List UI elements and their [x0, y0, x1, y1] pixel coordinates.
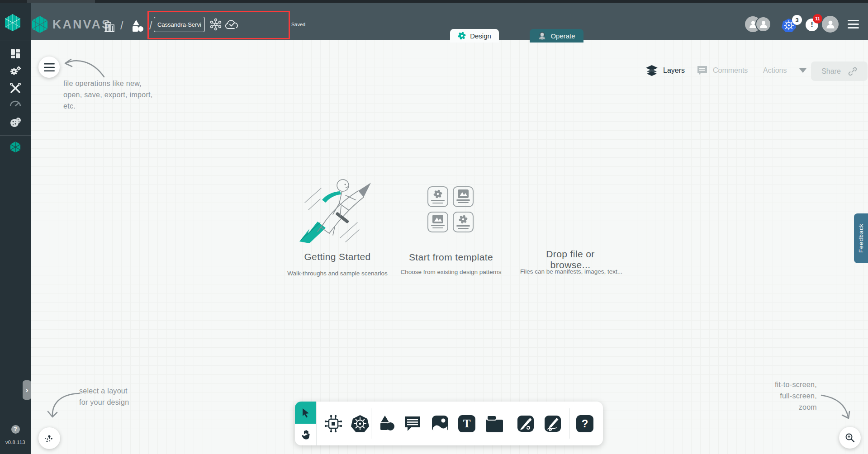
browser-top-strip: [0, 0, 868, 3]
canvas-toolbar: T ?: [295, 402, 603, 445]
pencil-icon: [544, 415, 561, 432]
kanvas-logo-icon: [31, 15, 49, 33]
getting-started-illustration[interactable]: [295, 176, 378, 247]
file-ops-line1: file operations like new,: [63, 78, 153, 89]
workspace-shapes-icon[interactable]: [130, 19, 145, 33]
sidebar-item-lifecycle[interactable]: [0, 65, 31, 77]
template-card-image: [427, 212, 448, 232]
zoom-line3: zoom: [750, 402, 817, 413]
comment-tool-button[interactable]: [400, 402, 425, 445]
dashboard-icon: [10, 49, 20, 59]
tab-operate-label: Operate: [550, 32, 575, 40]
layout-dots-icon: [44, 433, 54, 443]
chevron-right-icon: ›: [26, 386, 28, 395]
circuit-icon: [324, 414, 343, 433]
freehand-tool-button[interactable]: [541, 402, 565, 445]
zoom-controls-button[interactable]: [839, 427, 861, 449]
share-label: Share: [821, 67, 841, 76]
menu-icon: [44, 63, 55, 71]
file-menu-button[interactable]: [38, 57, 60, 78]
toolbar-divider: [371, 408, 371, 439]
comments-toggle[interactable]: Comments: [697, 65, 748, 76]
select-tool-button[interactable]: [295, 402, 316, 424]
top-strip-segment: [27, 0, 95, 3]
tab-operate[interactable]: Operate: [530, 29, 583, 43]
share-button[interactable]: Share: [811, 61, 868, 81]
section-icon: [485, 415, 503, 432]
layout-select-button[interactable]: [38, 427, 60, 449]
kubernetes-context-button[interactable]: 3: [782, 17, 802, 33]
pen-tool-button[interactable]: [513, 402, 538, 445]
header-menu-button[interactable]: [848, 20, 859, 28]
toolbar-help-button[interactable]: ?: [573, 402, 597, 445]
link-icon: [848, 67, 857, 76]
zoom-annotation: fit-to-screen, full-screen, zoom: [750, 379, 817, 413]
tools-icon: [9, 82, 21, 94]
design-canvas[interactable]: [31, 40, 868, 454]
sidebar-item-dashboard[interactable]: [0, 48, 31, 60]
actions-dropdown[interactable]: Actions: [763, 66, 806, 75]
zoom-in-icon: [845, 433, 855, 443]
app-version: v0.8.113: [5, 440, 25, 445]
toolbar-divider: [510, 408, 510, 439]
text-icon: T: [458, 415, 475, 432]
gears-icon: [9, 65, 22, 77]
kubernetes-icon: [351, 414, 370, 433]
getting-started-subtitle: Walk-throughs and sample scenarios: [279, 270, 396, 277]
file-ops-annotation: file operations like new, open, save, ex…: [63, 78, 153, 112]
layout-annotation: select a layout for your design: [79, 385, 129, 408]
person-icon: [759, 19, 768, 29]
drop-title[interactable]: Drop file or browse...: [525, 249, 616, 270]
hand-icon: [301, 430, 310, 440]
component-tool-button[interactable]: [321, 402, 346, 445]
pan-tool-button[interactable]: [295, 424, 316, 445]
file-ops-line3: etc.: [63, 100, 153, 112]
tab-design[interactable]: Design: [450, 29, 499, 43]
sidebar-item-performance[interactable]: [0, 99, 31, 109]
layers-icon: [646, 65, 658, 76]
user-avatar[interactable]: [822, 16, 839, 33]
image-tool-button[interactable]: [428, 402, 452, 445]
kubernetes-tool-button[interactable]: [348, 402, 372, 445]
template-title[interactable]: Start from template: [406, 252, 496, 263]
help-icon: ?: [11, 425, 20, 434]
feedback-tab[interactable]: Feedback: [854, 213, 868, 263]
gauge-icon: [9, 100, 21, 107]
text-tool-button[interactable]: T: [455, 402, 479, 445]
actions-label: Actions: [763, 66, 787, 75]
question-icon: ?: [576, 415, 593, 432]
person-icon: [825, 19, 836, 30]
layers-toggle[interactable]: Layers: [646, 65, 685, 76]
chevron-down-icon: [799, 68, 806, 73]
rail-divider: [0, 41, 31, 41]
section-tool-button[interactable]: [482, 402, 506, 445]
extensions-icon: [9, 116, 22, 129]
meshery-logo-icon[interactable]: [4, 14, 22, 32]
rail-divider: [0, 135, 31, 136]
notifications-count-badge: 11: [813, 14, 822, 24]
layout-line1: select a layout: [79, 385, 129, 397]
template-card-pattern: [427, 186, 448, 207]
feedback-label: Feedback: [858, 223, 864, 253]
layout-arrow: [43, 388, 81, 425]
panel-expander-button[interactable]: ›: [23, 380, 31, 400]
comments-label: Comments: [713, 66, 748, 75]
template-illustration[interactable]: [427, 186, 474, 232]
kubernetes-count-badge: 3: [792, 15, 802, 25]
file-ops-line2: open, save, export, import,: [63, 89, 153, 100]
image-icon: [432, 415, 449, 432]
help-button[interactable]: ?: [0, 425, 31, 434]
saved-status: Saved: [291, 22, 305, 27]
organization-icon[interactable]: [103, 20, 115, 33]
sidebar-item-configuration[interactable]: [0, 82, 31, 94]
getting-started-title[interactable]: Getting Started: [292, 251, 383, 262]
shapes-tool-button[interactable]: [375, 402, 399, 445]
comments-icon: [697, 65, 708, 76]
drop-subtitle: Files can be manifests, images, text...: [512, 268, 630, 275]
cursor-icon: [301, 408, 310, 418]
collaborator-avatar[interactable]: [755, 16, 771, 32]
template-card-pattern: [453, 212, 474, 232]
sidebar-item-kanvas[interactable]: [0, 141, 31, 153]
sidebar-item-extensions[interactable]: [0, 116, 31, 129]
template-subtitle: Choose from existing design patterns: [392, 269, 510, 275]
